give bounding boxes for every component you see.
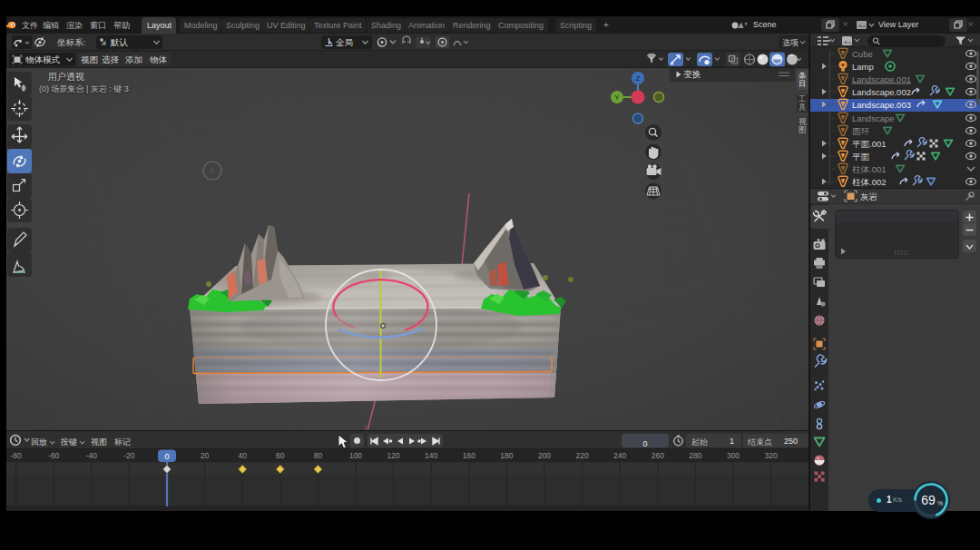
svg-text:柱体.001: 柱体.001 [852, 164, 887, 174]
svg-text:120: 120 [387, 451, 400, 460]
svg-text:240: 240 [613, 451, 626, 460]
svg-text:-40: -40 [86, 451, 98, 460]
svg-text:0: 0 [164, 452, 169, 461]
svg-text:69: 69 [921, 493, 936, 507]
svg-text:平面: 平面 [852, 152, 870, 162]
svg-text:60: 60 [276, 451, 285, 460]
svg-text:%: % [937, 500, 943, 506]
svg-text:300: 300 [727, 451, 740, 460]
svg-text:-60: -60 [48, 451, 60, 460]
svg-text:80: 80 [314, 451, 323, 460]
svg-text:180: 180 [500, 451, 513, 460]
svg-text:220: 220 [576, 451, 589, 460]
svg-text:Landscape: Landscape [852, 113, 894, 123]
svg-text:160: 160 [463, 451, 475, 460]
svg-text:140: 140 [425, 451, 437, 460]
svg-text:-80: -80 [10, 451, 22, 460]
svg-text:100: 100 [349, 451, 362, 460]
svg-text:Lamp: Lamp [852, 62, 874, 72]
svg-text:320: 320 [765, 451, 778, 460]
svg-text:200: 200 [538, 451, 551, 460]
svg-text:Cube: Cube [852, 49, 873, 59]
svg-text:40: 40 [238, 451, 247, 460]
svg-text:平面.001: 平面.001 [852, 139, 887, 149]
svg-text:Landscape.002: Landscape.002 [852, 87, 911, 97]
svg-text:Landscape.001: Landscape.001 [852, 74, 911, 84]
svg-text:Z: Z [636, 74, 641, 83]
svg-text:260: 260 [652, 451, 664, 460]
svg-text:Y: Y [614, 93, 620, 102]
svg-text:圆环: 圆环 [852, 126, 870, 136]
svg-text:-20: -20 [123, 451, 135, 460]
svg-text:280: 280 [689, 451, 701, 460]
svg-text:柱体.002: 柱体.002 [852, 177, 887, 187]
svg-text:Landscape.003: Landscape.003 [852, 100, 911, 110]
svg-text:20: 20 [201, 451, 210, 460]
